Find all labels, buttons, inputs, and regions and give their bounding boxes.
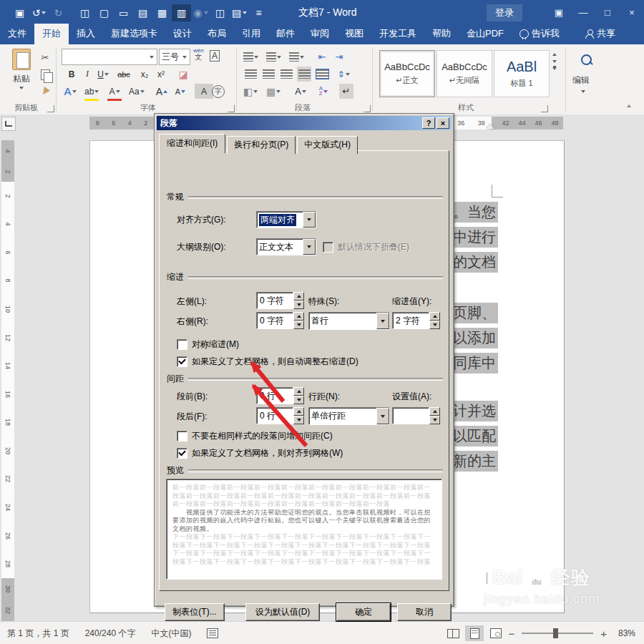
spin-down-icon[interactable] (429, 321, 440, 329)
editing-group-label[interactable]: 编辑 (572, 74, 590, 87)
close-button[interactable]: × (620, 0, 644, 25)
snap-to-grid-checkbox[interactable]: 如果定义了文档网格，则对齐到网格(W) (177, 447, 343, 459)
tab-indents-and-spacing[interactable]: 缩进和间距(I) (159, 134, 225, 153)
web-layout-icon[interactable] (487, 625, 505, 641)
zoom-in-button[interactable]: + (600, 628, 607, 640)
language-indicator[interactable]: 中文(中国) (151, 628, 191, 640)
minimize-button[interactable]: — (571, 0, 595, 25)
dialog-title-bar[interactable]: 段落 ? × (157, 116, 452, 130)
line-spacing-combo[interactable]: 单倍行距 (308, 407, 390, 425)
zoom-slider[interactable] (522, 633, 593, 634)
subscript-button[interactable]: x₂ (137, 67, 152, 82)
set-as-default-button[interactable]: 设为默认值(D) (245, 603, 320, 621)
maximize-button[interactable]: □ (595, 0, 620, 25)
vertical-ruler[interactable]: 4 2 2 4 6 8 10 12 14 16 18 20 22 24 26 2… (1, 140, 14, 621)
tab-mailings[interactable]: 邮件 (268, 24, 303, 44)
page-indicator[interactable]: 第 1 页，共 1 页 (7, 628, 69, 640)
auto-adjust-right-indent-checkbox[interactable]: 如果定义了文档网格，则自动调整右缩进(D) (177, 356, 358, 368)
clipboard-dialog-launcher-icon[interactable] (47, 105, 54, 112)
font-size-combo[interactable]: 三号 (159, 49, 190, 65)
word-count[interactable]: 240/240 个字 (85, 628, 136, 640)
scroll-up-icon[interactable] (552, 53, 557, 56)
mirror-indents-checkbox[interactable]: 对称缩进(M) (177, 338, 239, 351)
tab-line-and-page-breaks[interactable]: 换行和分页(P) (227, 136, 296, 154)
text-effects-button[interactable]: A (63, 84, 77, 99)
more-commands-icon[interactable]: ≡ (249, 4, 268, 21)
tab-file[interactable]: 文件 (0, 24, 34, 44)
collapse-ribbon-icon[interactable] (627, 104, 631, 107)
tab-developer[interactable]: 开发工具 (371, 24, 424, 44)
copy-icon[interactable] (37, 67, 53, 82)
style-heading1[interactable]: AaBl 标题 1 (494, 50, 550, 97)
superscript-button[interactable]: x² (154, 67, 168, 82)
selected-text[interactable]: 。当您 (451, 202, 498, 223)
spin-up-icon[interactable] (293, 292, 304, 301)
asian-layout-button[interactable]: A (293, 84, 308, 99)
italic-button[interactable]: I (80, 67, 94, 82)
bullets-button[interactable] (243, 49, 258, 64)
tab-design[interactable]: 设计 (165, 24, 200, 44)
clipboard-icon[interactable]: ▤ (230, 4, 249, 21)
change-case-button[interactable]: Aa (129, 84, 145, 99)
zoom-out-button[interactable]: − (508, 628, 514, 640)
space-after-spinner[interactable]: 0 行 (256, 407, 304, 424)
dropdown-icon[interactable] (303, 212, 316, 228)
style-no-spacing[interactable]: AaBbCcDc ↵无间隔 (436, 50, 492, 97)
tab-view[interactable]: 视图 (337, 24, 371, 44)
character-border-icon[interactable]: A (210, 50, 220, 62)
zoom-level[interactable]: 83% (610, 628, 635, 638)
paragraph-dialog-launcher-icon[interactable] (364, 105, 371, 112)
dropdown-icon[interactable] (376, 313, 389, 329)
spin-up-icon[interactable] (293, 407, 304, 416)
save-icon[interactable]: ▣ (10, 4, 29, 21)
help-button[interactable]: ? (422, 117, 435, 129)
alignment-combo[interactable]: 两端对齐 (256, 211, 316, 228)
tab-references[interactable]: 引用 (234, 24, 268, 44)
highlight-color-button[interactable]: ab (84, 84, 99, 99)
print-preview-icon[interactable]: ◫ (75, 4, 94, 21)
redo-icon[interactable]: ↻ (49, 4, 68, 21)
spin-up-icon[interactable] (429, 312, 440, 321)
align-center-button[interactable] (261, 67, 275, 82)
spin-down-icon[interactable] (293, 301, 304, 309)
styles-dialog-launcher-icon[interactable] (541, 105, 548, 112)
spin-down-icon[interactable] (293, 321, 304, 329)
space-before-spinner[interactable]: 0 行 (256, 387, 304, 404)
multilevel-list-button[interactable] (289, 49, 304, 64)
tab-kingsoft-pdf[interactable]: 金山PDF (459, 24, 512, 44)
ribbon-display-options-icon[interactable]: ▣ (547, 0, 571, 25)
selected-text[interactable]: 计并选 (451, 401, 498, 421)
read-mode-icon[interactable] (444, 625, 462, 641)
phonetic-guide-icon[interactable]: wén文 (193, 48, 204, 61)
font-dialog-launcher-icon[interactable] (228, 105, 235, 112)
cut-icon[interactable]: ✂ (37, 50, 53, 64)
underline-button[interactable]: U (96, 67, 110, 82)
indent-right-spinner[interactable]: 0 字符 (256, 312, 304, 329)
proofing-status-icon[interactable] (207, 628, 218, 638)
paste-button[interactable]: 粘贴 (6, 49, 37, 102)
tab-stop-selector[interactable] (1, 117, 16, 131)
align-right-button[interactable] (279, 67, 293, 82)
spin-down-icon[interactable] (293, 416, 304, 424)
character-shading-button[interactable]: A (195, 84, 213, 99)
format-painter-icon[interactable] (37, 84, 53, 99)
selected-text[interactable]: 以匹配 (451, 426, 498, 447)
grow-font-button[interactable]: A (155, 84, 169, 99)
special-combo[interactable]: 首行 (308, 312, 390, 330)
sort-button[interactable]: AZ (316, 84, 331, 99)
no-space-same-style-checkbox[interactable]: 不要在相同样式的段落间增加间距(C) (177, 430, 333, 442)
tab-home[interactable]: 开始 (34, 24, 69, 44)
tab-review[interactable]: 审阅 (303, 24, 337, 44)
styles-pane-icon[interactable] (552, 67, 557, 70)
zoom-slider-thumb[interactable] (553, 628, 558, 638)
numbering-button[interactable] (266, 49, 281, 64)
shading-button[interactable]: ◧ (243, 84, 258, 99)
reading-view-icon[interactable]: ▥ (172, 4, 191, 21)
multipage-icon[interactable]: ◫ (210, 4, 230, 21)
tab-help[interactable]: 帮助 (424, 24, 459, 44)
selected-text[interactable]: 中进行 (451, 227, 498, 248)
strikethrough-button[interactable]: abc (117, 67, 131, 82)
selected-text[interactable]: 以添加 (451, 328, 498, 348)
cancel-button[interactable]: 取消 (397, 603, 452, 621)
tab-insert[interactable]: 插入 (69, 24, 103, 44)
